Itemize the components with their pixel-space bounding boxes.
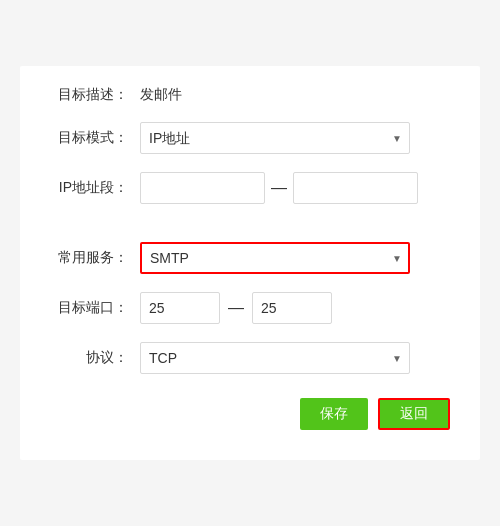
protocol-select-wrapper: TCP UDP ICMP ▼ (140, 342, 410, 374)
port-start-input[interactable] (140, 292, 220, 324)
ip-range-label: IP地址段： (50, 179, 140, 197)
ip-end-input[interactable] (293, 172, 418, 204)
protocol-label: 协议： (50, 349, 140, 367)
common-service-select-wrapper: SMTP HTTP HTTPS FTP DNS ▼ (140, 242, 410, 274)
protocol-row: 协议： TCP UDP ICMP ▼ (50, 342, 450, 374)
ip-range-inputs: — (140, 172, 418, 204)
description-row: 目标描述： 发邮件 (50, 86, 450, 104)
port-dash: — (228, 299, 244, 317)
footer-row: 保存 返回 (50, 398, 450, 430)
port-row: 目标端口： — (50, 292, 450, 324)
form-container: 目标描述： 发邮件 目标模式： IP地址 域名 MAC地址 ▼ IP地址段： —… (20, 66, 480, 460)
common-service-row: 常用服务： SMTP HTTP HTTPS FTP DNS ▼ (50, 242, 450, 274)
mode-row: 目标模式： IP地址 域名 MAC地址 ▼ (50, 122, 450, 154)
ip-range-row: IP地址段： — (50, 172, 450, 204)
port-inputs: — (140, 292, 332, 324)
port-label: 目标端口： (50, 299, 140, 317)
description-label: 目标描述： (50, 86, 140, 104)
mode-select[interactable]: IP地址 域名 MAC地址 (140, 122, 410, 154)
ip-start-input[interactable] (140, 172, 265, 204)
spacer (50, 222, 450, 242)
save-button[interactable]: 保存 (300, 398, 368, 430)
ip-dash: — (271, 179, 287, 197)
protocol-select[interactable]: TCP UDP ICMP (140, 342, 410, 374)
port-end-input[interactable] (252, 292, 332, 324)
mode-select-wrapper: IP地址 域名 MAC地址 ▼ (140, 122, 410, 154)
cancel-button[interactable]: 返回 (378, 398, 450, 430)
mode-label: 目标模式： (50, 129, 140, 147)
description-value: 发邮件 (140, 86, 182, 104)
common-service-select[interactable]: SMTP HTTP HTTPS FTP DNS (140, 242, 410, 274)
common-service-label: 常用服务： (50, 249, 140, 267)
